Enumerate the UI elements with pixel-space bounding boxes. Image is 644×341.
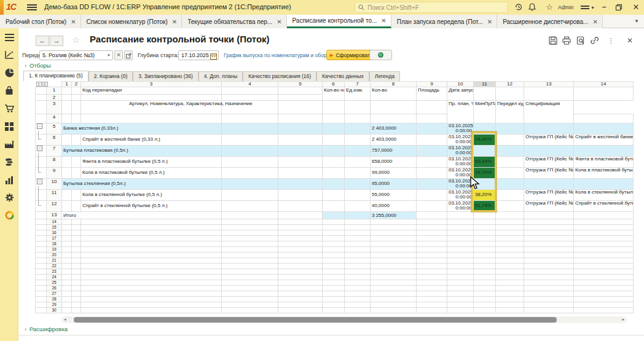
- bar-chart-icon[interactable]: [0, 171, 18, 189]
- grid-cell[interactable]: [222, 291, 278, 297]
- grid-cell[interactable]: [496, 291, 524, 297]
- grid-cell[interactable]: [323, 258, 345, 264]
- group-level-button-1[interactable]: 1: [36, 82, 42, 87]
- destination-cell[interactable]: Отгрузка ГП (Кейс №3): [524, 157, 574, 168]
- total-label-cell[interactable]: Итого: [62, 212, 222, 219]
- view-tab-4[interactable]: Качество расписания (16): [243, 71, 316, 81]
- row-number-20[interactable]: 20: [47, 253, 62, 258]
- grid-cell[interactable]: [371, 258, 417, 264]
- launch-date-cell[interactable]: 03.10.20250:00:00: [447, 190, 474, 201]
- header-specifikaciya[interactable]: Спецификация: [524, 101, 574, 123]
- clear-field-icon[interactable]: ✕: [114, 50, 123, 60]
- grid-cell[interactable]: [496, 157, 524, 168]
- grid-cell[interactable]: [81, 269, 222, 275]
- grid-cell[interactable]: [371, 264, 417, 269]
- grid-cell[interactable]: [81, 241, 222, 247]
- grid-cell[interactable]: [81, 253, 222, 258]
- grid-cell[interactable]: [417, 258, 447, 264]
- form-favorite-star-icon[interactable]: ☆: [72, 35, 80, 45]
- row-number-24[interactable]: 24: [47, 275, 62, 280]
- qty-cell[interactable]: 2 403,0000: [371, 135, 417, 146]
- grid-cell[interactable]: [574, 247, 634, 253]
- grid-cell[interactable]: [417, 269, 447, 275]
- grid-cell[interactable]: [278, 135, 323, 146]
- row-number-26[interactable]: 26: [47, 286, 62, 291]
- grid-cell[interactable]: [371, 247, 417, 253]
- grid-cell[interactable]: [72, 101, 81, 114]
- tab-close-icon[interactable]: ✕: [277, 18, 281, 25]
- save-icon[interactable]: [549, 36, 559, 45]
- grid-cell[interactable]: [345, 201, 371, 212]
- grid-cell[interactable]: [524, 225, 574, 230]
- grid-cell[interactable]: [474, 123, 496, 135]
- grid-cell[interactable]: [278, 123, 323, 135]
- print-icon[interactable]: [562, 36, 572, 45]
- forward-button[interactable]: →: [50, 36, 63, 46]
- grid-cell[interactable]: [496, 247, 524, 253]
- grid-cell[interactable]: [447, 308, 474, 313]
- destination-cell[interactable]: Отгрузка ГП (Кейс №3): [524, 168, 574, 179]
- collapse-group-icon[interactable]: −: [37, 123, 42, 129]
- grid-cell[interactable]: [417, 230, 447, 236]
- grid-cell[interactable]: [72, 247, 81, 253]
- row-number-10[interactable]: 10: [47, 179, 62, 190]
- column-number-6[interactable]: 6: [323, 82, 345, 87]
- grid-cell[interactable]: [278, 179, 323, 190]
- header-kolvo[interactable]: Кол-во: [371, 87, 417, 101]
- grid-cell[interactable]: [417, 179, 447, 190]
- grid-cell[interactable]: [323, 201, 345, 212]
- grid-cell[interactable]: [62, 291, 72, 297]
- plan-percent-cell[interactable]: 53,44%: [474, 157, 496, 168]
- grid-cell[interactable]: [417, 225, 447, 230]
- grid-cell[interactable]: [222, 308, 278, 313]
- launch-date-cell[interactable]: 03.10.20250:00:00: [447, 179, 474, 190]
- product-name-cell[interactable]: Спрайт в жестяной банке (0,33 л.): [81, 135, 222, 146]
- row-number-7[interactable]: 7: [47, 146, 62, 157]
- grid-cell[interactable]: [574, 236, 634, 241]
- grid-cell[interactable]: [278, 87, 323, 95]
- grid-cell[interactable]: [62, 280, 72, 286]
- factory-icon[interactable]: [0, 135, 18, 153]
- schedule-grid[interactable]: 1212345678910111213141Код переналадкиКол…: [35, 81, 634, 313]
- grid-cell[interactable]: [323, 297, 345, 302]
- more-actions-icon[interactable]: ⋮: [606, 36, 616, 45]
- tab-close-icon[interactable]: ✕: [381, 17, 386, 24]
- grid-cell[interactable]: [345, 236, 371, 241]
- total-qty-cell[interactable]: 3 255,0000: [371, 212, 417, 219]
- view-tab-1[interactable]: 2. Корзина (0): [88, 71, 133, 81]
- grid-cell[interactable]: [72, 302, 81, 308]
- qty-cell[interactable]: 99,0000: [371, 168, 417, 179]
- grid-cell[interactable]: [81, 286, 222, 291]
- grid-cell[interactable]: [278, 219, 323, 225]
- grid-cell[interactable]: [524, 241, 574, 247]
- grid-cell[interactable]: [524, 280, 574, 286]
- qty-cell[interactable]: 95,0000: [371, 179, 417, 190]
- grid-cell[interactable]: [417, 241, 447, 247]
- row-number-12[interactable]: 12: [47, 201, 62, 212]
- grid-cell[interactable]: [62, 308, 72, 313]
- grid-cell[interactable]: [278, 264, 323, 269]
- column-number-3[interactable]: 3: [81, 82, 222, 87]
- grid-cell[interactable]: [417, 236, 447, 241]
- grid-cell[interactable]: [278, 308, 323, 313]
- grid-cell[interactable]: [222, 258, 278, 264]
- grid-cell[interactable]: [222, 146, 278, 157]
- grid-cell[interactable]: [323, 275, 345, 280]
- grid-cell[interactable]: [524, 297, 574, 302]
- grid-cell[interactable]: [447, 286, 474, 291]
- grid-cell[interactable]: [496, 230, 524, 236]
- user-name[interactable]: Admin: [558, 4, 574, 10]
- product-name-cell[interactable]: Спрайт в стеклянной бутылке (0,5 л.): [81, 201, 222, 212]
- filters-section-toggle[interactable]: ›Отборы: [25, 62, 51, 69]
- grid-cell[interactable]: [447, 247, 474, 253]
- brand-circle-icon[interactable]: [0, 206, 18, 224]
- plan-percent-cell[interactable]: 76,70%: [474, 168, 496, 179]
- grid-cell[interactable]: [222, 241, 278, 247]
- grid-cell[interactable]: [72, 264, 81, 269]
- grid-cell[interactable]: [447, 253, 474, 258]
- grid-cell[interactable]: [72, 135, 81, 146]
- specification-cell[interactable]: Кола в стеклянной бутылке (0,5 л.): [574, 190, 634, 201]
- row-number-9[interactable]: 9: [47, 168, 62, 179]
- group-name-cell[interactable]: Бутылка пластиковая (0,5л.): [62, 146, 222, 157]
- grid-cell[interactable]: [278, 101, 323, 114]
